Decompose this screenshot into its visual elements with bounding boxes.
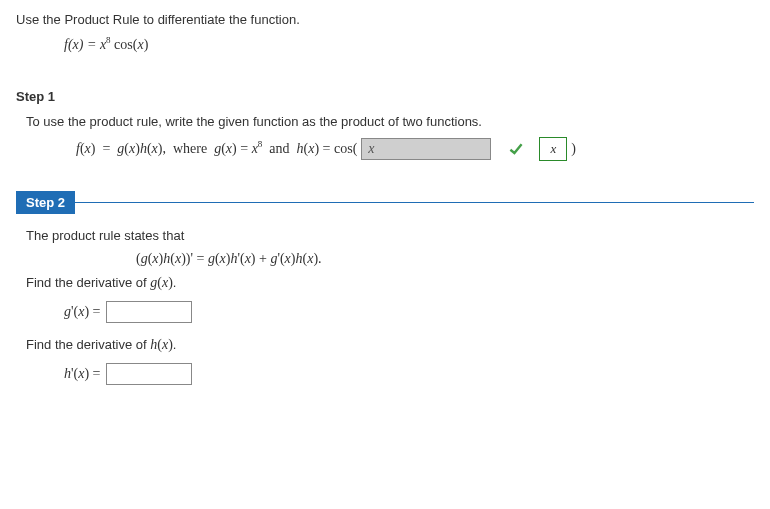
step2-title: Step 2	[16, 191, 75, 214]
prompt-h: Find the derivative of h(x).	[26, 337, 754, 353]
f-trail: cos(x)	[111, 37, 149, 52]
f-lhs: f(x) =	[64, 37, 100, 52]
g-derivative-row: g'(x) =	[64, 301, 754, 323]
h-prime-input[interactable]	[106, 363, 192, 385]
step1-text: To use the product rule, write the given…	[26, 114, 754, 129]
problem-prompt: Use the Product Rule to differentiate th…	[16, 12, 754, 27]
step2-divider	[75, 202, 754, 203]
step1-equation: f(x) = g(x)h(x), where g(x) = x8 and h(x…	[76, 137, 754, 161]
given-function: f(x) = x8 cos(x)	[64, 37, 754, 53]
h-derivative-row: h'(x) =	[64, 363, 754, 385]
g-prime-input[interactable]	[106, 301, 192, 323]
close-paren: )	[571, 141, 576, 157]
step1-title: Step 1	[16, 89, 754, 104]
correct-answer-box: x	[539, 137, 567, 161]
step1-answer-input: x	[361, 138, 491, 160]
step2-line1: The product rule states that	[26, 228, 754, 243]
step2-header: Step 2	[16, 191, 754, 214]
prompt-g: Find the derivative of g(x).	[26, 275, 754, 291]
product-rule-equation: (g(x)h(x))' = g(x)h'(x) + g'(x)h(x).	[136, 251, 754, 267]
checkmark-icon	[505, 138, 527, 160]
